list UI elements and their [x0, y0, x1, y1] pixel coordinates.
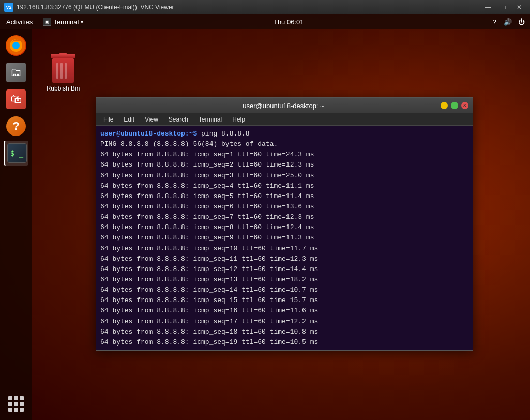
vnc-title-bar: V2 192.168.1.83:32776 (QEMU (Cliente-Fin… — [0, 0, 530, 14]
terminal-prompt: user@ubuntu18-desktop:~$ — [100, 130, 197, 138]
grid-dot — [20, 396, 24, 400]
terminal-app-icon: ▣ — [43, 18, 51, 26]
dock-item-help[interactable]: ? — [4, 114, 28, 139]
terminal-output-line: 64 bytes from 8.8.8.8: icmp_seq=14 ttl=6… — [100, 285, 468, 295]
desktop: Activities ▣ Terminal ▾ Thu 06:01 ? 🔊 ⏻ — [0, 14, 530, 420]
grid-dot — [8, 408, 12, 412]
grid-dot — [14, 396, 18, 400]
terminal-output-line: 64 bytes from 8.8.8.8: icmp_seq=4 ttl=60… — [100, 181, 468, 191]
top-bar-left: Activities ▣ Terminal ▾ — [0, 14, 87, 29]
grid-dot — [20, 408, 24, 412]
show-apps-button[interactable] — [6, 394, 26, 414]
vnc-window-title: 192.168.1.83:32776 (QEMU (Cliente-Final)… — [17, 4, 174, 11]
bin-line — [65, 63, 67, 79]
terminal-close-button[interactable]: ✕ — [461, 102, 468, 109]
ubuntu-top-bar: Activities ▣ Terminal ▾ Thu 06:01 ? 🔊 ⏻ — [0, 14, 530, 29]
help-icon: ? — [6, 116, 26, 136]
terminal-output-line: 64 bytes from 8.8.8.8: icmp_seq=2 ttl=60… — [100, 160, 468, 170]
bin-line — [56, 63, 58, 79]
terminal-menu-view[interactable]: View — [140, 115, 163, 124]
activities-button[interactable]: Activities — [0, 14, 39, 29]
terminal-command: ping 8.8.8.8 — [197, 130, 249, 138]
vnc-close-button[interactable]: ✕ — [512, 3, 526, 12]
terminal-output-line: 64 bytes from 8.8.8.8: icmp_seq=8 ttl=60… — [100, 222, 468, 233]
grid-dot — [8, 396, 12, 400]
terminal-output-line: 64 bytes from 8.8.8.8: icmp_seq=6 ttl=60… — [100, 202, 468, 212]
terminal-window: user@ubuntu18-desktop: ~ — □ ✕ File Edit… — [96, 97, 473, 351]
vnc-minimize-button[interactable]: — — [481, 3, 495, 12]
terminal-title-bar: user@ubuntu18-desktop: ~ — □ ✕ — [96, 98, 473, 113]
terminal-output-line: 64 bytes from 8.8.8.8: icmp_seq=11 ttl=6… — [100, 254, 468, 264]
application-dock: 🗂 🛍 ? $ _ — [0, 29, 32, 420]
vnc-window-controls: — □ ✕ — [481, 3, 526, 12]
terminal-output-line: 64 bytes from 8.8.8.8: icmp_seq=3 ttl=60… — [100, 171, 468, 181]
terminal-output-line: 64 bytes from 8.8.8.8: icmp_seq=20 ttl=6… — [100, 348, 468, 350]
files-icon: 🗂 — [6, 63, 26, 82]
top-bar-clock: Thu 06:01 — [87, 18, 490, 26]
terminal-window-controls: — □ ✕ — [441, 102, 468, 109]
terminal-output-line: 64 bytes from 8.8.8.8: icmp_seq=16 ttl=6… — [100, 306, 468, 316]
terminal-menu-edit[interactable]: Edit — [118, 115, 140, 124]
bin-line — [60, 63, 63, 79]
sound-icon[interactable]: 🔊 — [503, 17, 512, 26]
grid-dot — [14, 408, 18, 412]
help-indicator-icon[interactable]: ? — [490, 17, 499, 26]
terminal-window-title: user@ubuntu18-desktop: ~ — [126, 102, 441, 110]
rubbish-bin-graphic — [49, 53, 77, 83]
terminal-menu-help[interactable]: Help — [227, 115, 250, 124]
terminal-content[interactable]: user@ubuntu18-desktop:~$ ping 8.8.8.8 PI… — [96, 126, 473, 350]
terminal-minimize-button[interactable]: — — [441, 102, 448, 109]
terminal-output: PING 8.8.8.8 (8.8.8.8) 56(84) bytes of d… — [100, 139, 468, 350]
dock-item-software[interactable]: 🛍 — [4, 87, 28, 112]
dock-item-firefox[interactable] — [4, 33, 28, 58]
grid-dot — [14, 402, 18, 406]
vnc-logo-icon: V2 — [4, 3, 13, 12]
terminal-output-line: 64 bytes from 8.8.8.8: icmp_seq=10 ttl=6… — [100, 244, 468, 254]
bin-body — [52, 58, 74, 83]
bin-lid — [51, 54, 75, 58]
grid-dot — [20, 402, 24, 406]
grid-dot — [8, 402, 12, 406]
terminal-output-line: 64 bytes from 8.8.8.8: icmp_seq=15 ttl=6… — [100, 295, 468, 306]
terminal-output-line: 64 bytes from 8.8.8.8: icmp_seq=13 ttl=6… — [100, 275, 468, 285]
rubbish-bin-icon[interactable]: Rubbish Bin — [42, 53, 84, 92]
terminal-output-line: 64 bytes from 8.8.8.8: icmp_seq=9 ttl=60… — [100, 233, 468, 243]
terminal-output-line: 64 bytes from 8.8.8.8: icmp_seq=1 ttl=60… — [100, 149, 468, 160]
terminal-output-line: 64 bytes from 8.8.8.8: icmp_seq=19 ttl=6… — [100, 337, 468, 348]
terminal-menu-terminal[interactable]: Terminal — [193, 115, 227, 124]
terminal-menu-bar: File Edit View Search Terminal Help — [96, 113, 473, 126]
svg-point-2 — [12, 42, 20, 49]
power-icon[interactable]: ⏻ — [517, 17, 526, 26]
terminal-menu-file[interactable]: File — [98, 115, 118, 124]
vnc-maximize-button[interactable]: □ — [497, 3, 510, 12]
terminal-maximize-button[interactable]: □ — [451, 102, 458, 109]
rubbish-bin-label: Rubbish Bin — [47, 85, 80, 92]
firefox-icon — [6, 35, 26, 56]
terminal-menu-button[interactable]: ▣ Terminal ▾ — [39, 14, 87, 29]
terminal-output-line: PING 8.8.8.8 (8.8.8.8) 56(84) bytes of d… — [100, 139, 468, 149]
appcenter-icon: 🛍 — [6, 89, 26, 109]
top-bar-right: ? 🔊 ⏻ — [490, 17, 530, 26]
terminal-output-line: 64 bytes from 8.8.8.8: icmp_seq=7 ttl=60… — [100, 212, 468, 222]
terminal-output-line: 64 bytes from 8.8.8.8: icmp_seq=12 ttl=6… — [100, 264, 468, 275]
grid-icon — [8, 396, 24, 412]
dock-item-terminal[interactable]: $ _ — [4, 141, 28, 166]
terminal-command-line: user@ubuntu18-desktop:~$ ping 8.8.8.8 — [100, 129, 468, 139]
dock-divider — [6, 170, 26, 170]
dock-item-files[interactable]: 🗂 — [4, 60, 28, 85]
terminal-output-line: 64 bytes from 8.8.8.8: icmp_seq=5 ttl=60… — [100, 191, 468, 202]
vnc-title-left: V2 192.168.1.83:32776 (QEMU (Cliente-Fin… — [4, 3, 174, 12]
terminal-output-line: 64 bytes from 8.8.8.8: icmp_seq=17 ttl=6… — [100, 317, 468, 327]
terminal-menu-search[interactable]: Search — [163, 115, 193, 124]
terminal-output-line: 64 bytes from 8.8.8.8: icmp_seq=18 ttl=6… — [100, 327, 468, 337]
terminal-dock-icon: $ _ — [7, 143, 27, 163]
